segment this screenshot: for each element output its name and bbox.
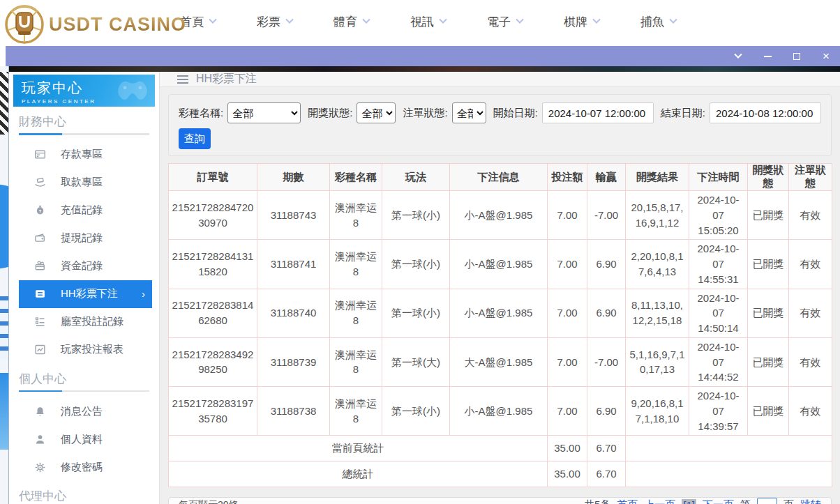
draw-status-select[interactable]: 全部 (357, 102, 396, 123)
table-row: 2152172828349298250 31188739 澳洲幸运8 第一球(大… (169, 337, 832, 386)
col-header-play: 玩法 (382, 164, 450, 191)
cell-draw-result: 8,11,13,10,12,2,15,18 (626, 289, 689, 337)
personal-menu: 消息公告 個人資料 修改密碼 (19, 397, 152, 481)
nav-item-lottery[interactable]: 彩票 (257, 14, 292, 30)
menu-toggle-icon[interactable] (177, 75, 188, 84)
sidebar-item-announcements[interactable]: 消息公告 (19, 397, 152, 425)
sidebar-item-player-bet-report[interactable]: 玩家投注報表 (19, 336, 152, 364)
gear-icon (34, 461, 46, 473)
summary-bet-amount: 35.00 (548, 436, 587, 461)
sidebar-item-profile[interactable]: 個人資料 (19, 425, 152, 453)
cell-bet-info: 小-A盤@1.985 (450, 191, 548, 240)
sidebar-item-deposit[interactable]: 存款專區 (19, 141, 152, 169)
chevron-down-icon (209, 16, 216, 24)
cell-draw-status: 已開獎 (748, 191, 789, 240)
next-page-link[interactable]: 下一页 (703, 498, 734, 504)
usdt-casino-ball-icon (4, 3, 45, 45)
cell-bet-info: 小-A盤@1.985 (450, 387, 548, 436)
minimize-icon (764, 56, 772, 57)
window-maximize-button[interactable] (791, 51, 802, 62)
summary-win-loss: 6.70 (587, 436, 626, 461)
cell-order-no: 2152172828381462680 (169, 289, 257, 337)
first-page-link[interactable]: 首页 (617, 498, 638, 504)
sidebar-item-change-password[interactable]: 修改密碼 (19, 453, 152, 481)
cell-order-no: 2152172828349298250 (169, 337, 257, 386)
brand-name: USDT CASINO (49, 14, 186, 36)
cell-play: 第一球(小) (382, 191, 450, 240)
window-close-button[interactable]: × (820, 51, 832, 62)
page-number-input[interactable] (757, 498, 777, 504)
summary-empty (626, 436, 832, 461)
search-button[interactable]: 查詢 (179, 128, 211, 149)
summary-win-loss: 6.70 (587, 461, 626, 487)
sidebar-item-withdraw[interactable]: 取款專區 (19, 169, 152, 197)
brand-logo[interactable]: USDT CASINO (4, 3, 186, 45)
window-top-strip (9, 66, 840, 72)
window-minimize-button[interactable] (762, 51, 773, 62)
nav-item-sports[interactable]: 體育 (333, 14, 369, 30)
window-titlebar: × (6, 46, 840, 66)
cell-win-loss: 6.90 (587, 289, 626, 337)
lottery-book-icon (34, 288, 46, 300)
cell-order-status: 有效 (789, 387, 832, 436)
chevron-down-icon (362, 16, 370, 24)
sidebar: 玩家中心 PLAYERS CENTER 財務中心 存款專區 取款專區 (9, 72, 160, 504)
cell-period: 31188741 (257, 240, 330, 289)
section-underline (19, 390, 149, 392)
summary-row-current-page: 當前頁統計 35.00 6.70 (169, 436, 832, 461)
cell-win-loss: 6.90 (587, 387, 626, 436)
cell-draw-status: 已開獎 (748, 387, 789, 436)
maximize-icon (793, 53, 800, 60)
page-title: HH彩票下注 (196, 72, 257, 86)
nav-item-fishing[interactable]: 捕魚 (640, 14, 676, 30)
cell-order-status: 有效 (789, 289, 832, 337)
cell-order-status: 有效 (789, 191, 832, 240)
section-title-personal: 個人中心 (19, 371, 149, 387)
sidebar-item-room-bet-record[interactable]: 廳室投註記錄 (19, 308, 152, 336)
order-status-select[interactable]: 全部 (452, 102, 486, 123)
nav-item-video[interactable]: 視訊 (410, 14, 446, 30)
cell-bet-time: 2024-10-07 14:55:31 (689, 240, 748, 289)
col-header-order-no: 訂單號 (169, 164, 257, 191)
cell-play: 第一球(大) (382, 337, 450, 386)
background-page-fragment (0, 72, 8, 135)
cell-draw-status: 已開獎 (748, 289, 789, 337)
col-header-period: 期數 (257, 164, 330, 191)
sidebar-item-withdrawal-record[interactable]: 提現記錄 (19, 224, 152, 252)
person-icon (34, 434, 46, 445)
cell-bet-time: 2024-10-07 14:39:57 (689, 387, 748, 436)
end-date-label: 結束日期: (661, 107, 705, 120)
start-date-label: 開始日期: (493, 107, 538, 120)
cell-period: 31188743 (257, 191, 330, 240)
chevron-down-icon (439, 16, 447, 24)
section-title-agent: 代理中心 (19, 488, 149, 504)
close-icon: × (823, 50, 830, 62)
cell-period: 31188738 (257, 387, 330, 436)
finance-menu: 存款專區 取款專區 充值記錄 提現記錄 資金記錄 (19, 141, 152, 364)
cell-win-loss: 6.90 (587, 240, 626, 289)
cell-win-loss: -7.00 (587, 337, 626, 386)
jump-link[interactable]: 跳转 (800, 498, 821, 504)
nav-item-electronic[interactable]: 電子 (487, 14, 523, 30)
cell-lottery: 澳洲幸运8 (330, 289, 382, 337)
lottery-name-select[interactable]: 全部 (227, 102, 301, 123)
start-date-input[interactable] (542, 102, 654, 123)
main-content: HH彩票下注 彩種名稱: 全部 開獎狀態: 全部 注單狀態: 全部 開始日期: … (160, 72, 840, 504)
end-date-input[interactable] (710, 102, 821, 123)
site-topbar: USDT CASINO 首頁 彩票 體育 視訊 電子 棋牌 捕魚 (0, 0, 840, 46)
prev-page-link[interactable]: 上一页 (644, 498, 675, 504)
sidebar-item-fund-record[interactable]: 資金記錄 (19, 252, 152, 280)
nav-item-boardgames[interactable]: 棋牌 (564, 14, 599, 30)
players-center-banner: 玩家中心 PLAYERS CENTER (13, 75, 155, 107)
cell-bet-amount: 7.00 (548, 387, 587, 436)
chevron-down-icon (285, 16, 293, 24)
sidebar-item-recharge-record[interactable]: 充值記錄 (19, 197, 152, 224)
cell-bet-time: 2024-10-07 14:50:14 (689, 289, 748, 337)
cell-bet-amount: 7.00 (548, 289, 587, 337)
cell-bet-time: 2024-10-07 15:05:20 (689, 191, 748, 240)
background-page-fragment (0, 178, 8, 282)
sidebar-item-hh-lottery-bets[interactable]: HH彩票下注 › (19, 280, 152, 308)
draw-status-label: 開獎狀態: (308, 107, 352, 120)
list-record-icon (34, 316, 46, 328)
window-collapse-button[interactable] (733, 51, 744, 62)
